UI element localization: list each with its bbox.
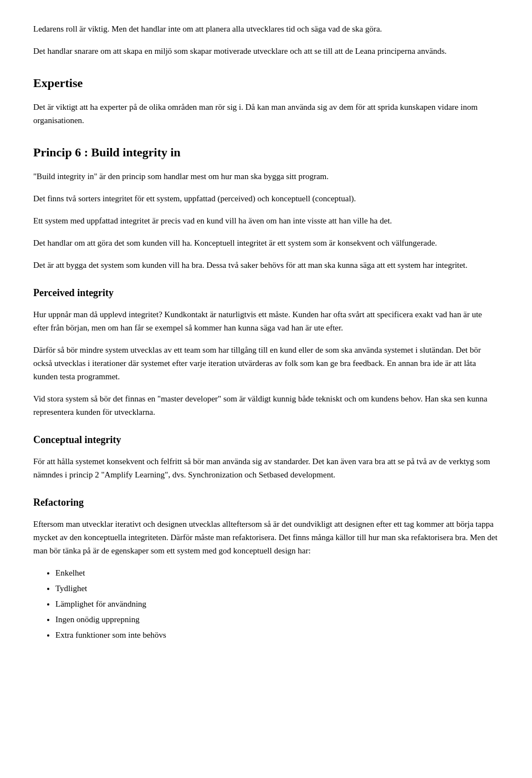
perceived-p2: Därför så bör mindre system utvecklas av… xyxy=(33,343,499,383)
list-item: Ingen onödig upprepning xyxy=(55,613,499,626)
princip6-p1: "Build integrity in" är den princip som … xyxy=(33,170,499,183)
intro-p2: Det handlar snarare om att skapa en milj… xyxy=(33,44,499,58)
list-item: Lämplighet för användning xyxy=(55,597,499,611)
princip6-p2: Det finns två sorters integritet för ett… xyxy=(33,192,499,205)
expertise-p1: Det är viktigt att ha experter på de oli… xyxy=(33,100,499,127)
princip6-heading: Princip 6 : Build integrity in xyxy=(33,143,499,162)
princip6-p3: Ett system med uppfattad integritet är p… xyxy=(33,214,499,227)
list-item: Enkelhet xyxy=(55,566,499,579)
refactoring-list: EnkelhetTydlighetLämplighet för användni… xyxy=(55,566,499,642)
expertise-heading: Expertise xyxy=(33,73,499,93)
list-item: Extra funktioner som inte behövs xyxy=(55,628,499,642)
perceived-p1: Hur uppnår man då upplevd integritet? Ku… xyxy=(33,308,499,334)
princip6-p4: Det handlar om att göra det som kunden v… xyxy=(33,236,499,250)
conceptual-p1: För att hålla systemet konsekvent och fe… xyxy=(33,455,499,481)
refactoring-heading: Refactoring xyxy=(33,495,499,511)
perceived-p3: Vid stora system så bör det finnas en "m… xyxy=(33,392,499,419)
princip6-p5: Det är att bygga det system som kunden v… xyxy=(33,258,499,272)
list-item: Tydlighet xyxy=(55,582,499,595)
conceptual-heading: Conceptual integrity xyxy=(33,432,499,448)
refactoring-p1: Eftersom man utvecklar iterativt och des… xyxy=(33,517,499,557)
intro-p1: Ledarens roll är viktig. Men det handlar… xyxy=(33,22,499,35)
perceived-heading: Perceived integrity xyxy=(33,285,499,301)
